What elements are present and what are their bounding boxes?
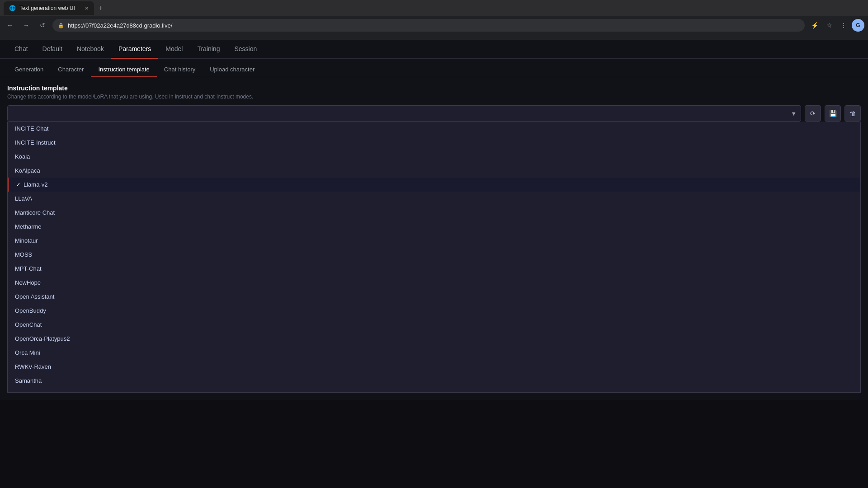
tab-notebook[interactable]: Notebook: [70, 40, 111, 59]
section-title: Instruction template: [7, 84, 861, 92]
forward-button[interactable]: →: [20, 19, 33, 32]
dropdown-container: ▼: [7, 105, 801, 122]
save-button[interactable]: 💾: [825, 105, 841, 122]
dropdown-item[interactable]: Orca Mini: [8, 346, 860, 360]
tab-parameters[interactable]: Parameters: [111, 40, 158, 59]
new-tab-button[interactable]: +: [94, 2, 107, 14]
sub-tabs: Generation Character Instruction templat…: [0, 59, 868, 77]
url-text: https://07f02a22e4a27d88cd.gradio.live/: [68, 22, 172, 29]
dropdown-item[interactable]: OpenChat: [8, 318, 860, 332]
dropdown-list[interactable]: INCITE-ChatINCITE-InstructKoalaKoAlpaca✓…: [7, 122, 861, 393]
tab-chat[interactable]: Chat: [7, 40, 35, 59]
tab-session[interactable]: Session: [227, 40, 264, 59]
tab-training[interactable]: Training: [190, 40, 227, 59]
app: Chat Default Notebook Parameters Model T…: [0, 40, 868, 488]
tab-bar: 🌐 Text generation web UI ✕ +: [0, 0, 868, 16]
dropdown-item[interactable]: ✓Llama-v2: [8, 178, 860, 192]
dropdown-item[interactable]: NewHope: [8, 276, 860, 290]
browser-chrome: 🌐 Text generation web UI ✕ + ← → ↺ 🔒 htt…: [0, 0, 868, 40]
browser-tab[interactable]: 🌐 Text generation web UI ✕: [4, 1, 94, 15]
dropdown-item[interactable]: Metharme: [8, 220, 860, 234]
delete-button[interactable]: 🗑: [844, 105, 861, 122]
tab-title: Text generation web UI: [19, 5, 81, 11]
dropdown-item[interactable]: Koala: [8, 150, 860, 164]
dropdown-item[interactable]: INCITE-Instruct: [8, 136, 860, 150]
dropdown-item[interactable]: RWKV-Raven: [8, 360, 860, 374]
subtab-chat-history[interactable]: Chat history: [157, 62, 203, 77]
dropdown-item[interactable]: INCITE-Chat: [8, 122, 860, 136]
section-desc: Change this according to the model/LoRA …: [7, 94, 861, 100]
dropdown-item[interactable]: StableBeluga2: [8, 388, 860, 393]
template-dropdown-input[interactable]: [7, 105, 801, 122]
subtab-upload-character[interactable]: Upload character: [203, 62, 262, 77]
refresh-button[interactable]: ⟳: [805, 105, 821, 122]
dropdown-item[interactable]: KoAlpaca: [8, 164, 860, 178]
refresh-button[interactable]: ↺: [36, 19, 49, 32]
tab-default[interactable]: Default: [35, 40, 70, 59]
bookmark-icon[interactable]: ☆: [823, 19, 835, 32]
subtab-generation[interactable]: Generation: [7, 62, 51, 77]
dropdown-item[interactable]: Open Assistant: [8, 290, 860, 304]
profile-icon[interactable]: G: [852, 19, 864, 32]
settings-icon[interactable]: ⋮: [837, 19, 850, 32]
dropdown-item[interactable]: LLaVA: [8, 192, 860, 206]
dropdown-item[interactable]: MOSS: [8, 248, 860, 262]
tab-favicon: 🌐: [9, 5, 16, 11]
dropdown-item[interactable]: Samantha: [8, 374, 860, 388]
dropdown-item[interactable]: OpenBuddy: [8, 304, 860, 318]
back-button[interactable]: ←: [4, 19, 16, 32]
top-nav: Chat Default Notebook Parameters Model T…: [0, 40, 868, 59]
tab-model[interactable]: Model: [158, 40, 190, 59]
toolbar-icons: ⚡ ☆ ⋮ G: [808, 19, 864, 32]
extensions-icon[interactable]: ⚡: [808, 19, 821, 32]
dropdown-item[interactable]: Minotaur: [8, 234, 860, 248]
address-bar[interactable]: 🔒 https://07f02a22e4a27d88cd.gradio.live…: [52, 19, 805, 32]
content-area: Instruction template Change this accordi…: [0, 77, 868, 400]
dropdown-item[interactable]: OpenOrca-Platypus2: [8, 332, 860, 346]
dropdown-item[interactable]: MPT-Chat: [8, 262, 860, 276]
subtab-character[interactable]: Character: [51, 62, 91, 77]
lock-icon: 🔒: [58, 23, 64, 28]
address-bar-row: ← → ↺ 🔒 https://07f02a22e4a27d88cd.gradi…: [0, 16, 868, 34]
tab-close-button[interactable]: ✕: [85, 5, 89, 11]
dropdown-item[interactable]: Manticore Chat: [8, 206, 860, 220]
subtab-instruction-template[interactable]: Instruction template: [91, 62, 156, 77]
dropdown-row: ▼ ⟳ 💾 🗑: [7, 105, 861, 122]
